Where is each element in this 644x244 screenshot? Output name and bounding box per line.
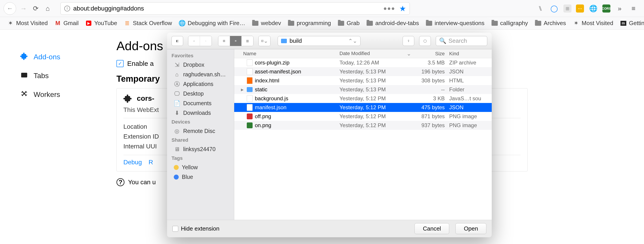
bookmark-label: Most Visited (582, 20, 613, 27)
sidebar-item[interactable]: ⌂raghudevan.sh… (167, 70, 234, 79)
bookmark-item[interactable]: Grab (338, 20, 360, 27)
col-name[interactable]: Name (236, 51, 340, 57)
col-size[interactable]: Size (416, 51, 449, 57)
computer-icon: 🖥 (174, 146, 180, 152)
file-date: Yesterday, 5:12 PM (340, 113, 416, 120)
overflow-icon[interactable]: » (615, 4, 624, 13)
file-row[interactable]: background.jsYesterday, 5:12 PM3 KBJavaS… (234, 94, 492, 103)
url-input[interactable] (73, 5, 380, 12)
file-kind: JavaS…t sou (449, 95, 490, 102)
sidebar-tag[interactable]: Blue (167, 172, 234, 182)
sidebar-item-add-ons[interactable]: Add-ons (18, 48, 98, 66)
file-icon (247, 68, 252, 75)
bookmark-item[interactable]: ▶YouTube (85, 20, 117, 27)
bookmark-item[interactable]: MGmail (54, 20, 78, 27)
search-placeholder: Search (448, 38, 467, 44)
sidebar-item[interactable]: 🖥linksys24470 (167, 144, 234, 154)
sidebar-tag[interactable]: Yellow (167, 162, 234, 172)
youtube-icon: ▶ (85, 20, 92, 27)
file-list[interactable]: cors-plugin.zipToday, 12:26 AM3.5 MBZIP … (234, 58, 492, 220)
page-actions-icon[interactable]: ●●● (383, 5, 395, 12)
file-browser: Name Date Modified ⌄ Size Kind cors-plug… (234, 49, 492, 220)
bookmark-item[interactable]: ✶Most Visited (7, 20, 48, 27)
bookmark-star-icon[interactable]: ★ (399, 4, 406, 13)
sidebar-item[interactable]: 📄Documents (167, 98, 234, 108)
file-row[interactable]: cors-plugin.zipToday, 12:26 AM3.5 MBZIP … (234, 58, 492, 67)
view-columns-button[interactable]: ▥ (242, 36, 253, 46)
file-kind: JSON (449, 104, 490, 110)
page-sidebar: Add-onsTabsWorkers (18, 38, 98, 186)
bookmark-item[interactable]: ≣Stack Overflow (124, 20, 172, 27)
ext-box-icon[interactable]: ⋯ (576, 4, 584, 12)
file-row[interactable]: off.pngYesterday, 5:12 PM871 bytesPNG im… (234, 112, 492, 121)
file-row[interactable]: on.pngYesterday, 5:12 PM937 bytesPNG ima… (234, 121, 492, 130)
file-name: background.js (255, 95, 288, 102)
file-columns-header[interactable]: Name Date Modified ⌄ Size Kind (234, 49, 492, 58)
file-name: static (255, 86, 267, 93)
bookmark-item[interactable]: calligraphy (491, 20, 528, 27)
bookmark-item[interactable]: mGetting Started (620, 20, 644, 27)
sidebar-item[interactable]: ⇲Dropbox (167, 60, 234, 70)
url-bar[interactable]: i ●●● ★ (60, 2, 410, 15)
bookmark-item[interactable]: android-dev-tabs (366, 20, 419, 27)
card-link[interactable]: Debug (124, 159, 142, 166)
cancel-button[interactable]: Cancel (414, 223, 449, 234)
question-icon[interactable]: ? (116, 178, 124, 186)
col-kind[interactable]: Kind (449, 51, 490, 57)
ext-globe-icon[interactable]: 🌐 (588, 4, 598, 13)
home-button[interactable]: ⌂ (43, 4, 52, 13)
back-button[interactable]: ← (4, 2, 16, 15)
open-button[interactable]: Open (456, 223, 486, 234)
folder-select[interactable]: build ⌃⌄ (278, 36, 360, 46)
folder-icon (338, 20, 344, 27)
sidebar-item-icon: ⇲ (174, 62, 180, 68)
file-row[interactable]: index.htmlYesterday, 5:13 PM308 bytesHTM… (234, 76, 492, 85)
sidebar-item[interactable]: ◎Remote Disc (167, 126, 234, 136)
library-icon[interactable]: ⑊ (536, 4, 545, 13)
sidebar-label: Tabs (34, 72, 49, 80)
file-row[interactable]: manifest.jsonYesterday, 5:12 PM475 bytes… (234, 103, 492, 112)
view-icons-button[interactable]: ⊞ (218, 36, 230, 46)
bookmark-item[interactable]: ✶Most Visited (573, 20, 613, 27)
ext-circle-icon[interactable]: ◯ (550, 4, 559, 13)
info-icon[interactable]: i (64, 6, 70, 12)
sidebar-item[interactable]: ⒶApplications (167, 79, 234, 89)
menu-icon[interactable]: ≡ (629, 4, 638, 13)
share-button[interactable]: ⇪ (402, 36, 414, 46)
tags-button[interactable]: ◯ (419, 36, 431, 46)
view-list-button[interactable]: ≡ (230, 36, 242, 46)
sidebar-item-tabs[interactable]: Tabs (18, 66, 98, 85)
bookmark-item[interactable]: webdev (252, 20, 281, 27)
nav-back-button[interactable]: ‹ (188, 36, 200, 46)
bookmarks-bar: ✶Most VisitedMGmail▶YouTube≣Stack Overfl… (0, 17, 644, 30)
file-open-dialog: ◧ ‹ › ⊞ ≡ ▥ ⊟ ⌄ build ⌃⌄ ⇪ ◯ 🔍 Search Fa… (167, 33, 492, 237)
reload-button[interactable]: ⟳ (31, 4, 40, 13)
nav-forward-button[interactable]: › (200, 36, 212, 46)
folder-icon (491, 20, 498, 27)
card-link[interactable]: R (149, 159, 153, 166)
ext-cors-icon[interactable]: CORS (602, 4, 610, 12)
dialog-sidebar: Favorites⇲Dropbox⌂raghudevan.sh…ⒶApplica… (167, 49, 234, 220)
sidebar-toggle-button[interactable]: ◧ (172, 36, 183, 46)
sidebar-item[interactable]: 🖵Desktop (167, 89, 234, 98)
group-by-button[interactable]: ⊟ ⌄ (259, 36, 270, 46)
bookmark-item[interactable]: programming (288, 20, 331, 27)
file-row[interactable]: asset-manifest.jsonYesterday, 5:13 PM196… (234, 67, 492, 76)
file-date: Yesterday, 5:13 PM (340, 78, 416, 84)
file-size: 308 bytes (416, 78, 449, 84)
bookmark-item[interactable]: Archives (535, 20, 566, 27)
col-date[interactable]: Date Modified ⌄ (340, 50, 416, 57)
file-row[interactable]: ▸staticYesterday, 5:13 PM--Folder (234, 85, 492, 94)
sidebar-icon (20, 71, 28, 80)
ext-grid-icon[interactable]: ⊞ (564, 4, 572, 12)
file-date: Yesterday, 5:12 PM (340, 104, 416, 110)
hide-extension-checkbox[interactable]: Hide extension (172, 225, 220, 232)
file-kind: Folder (449, 86, 490, 93)
sidebar-item[interactable]: ⬇Downloads (167, 108, 234, 118)
file-name: asset-manifest.json (255, 68, 301, 75)
search-box[interactable]: 🔍 Search (436, 36, 487, 46)
forward-button[interactable]: → (19, 4, 28, 13)
bookmark-item[interactable]: 🌐Debugging with Fire… (179, 20, 245, 27)
bookmark-item[interactable]: interview-questions (426, 20, 484, 27)
sidebar-item-workers[interactable]: Workers (18, 85, 98, 104)
